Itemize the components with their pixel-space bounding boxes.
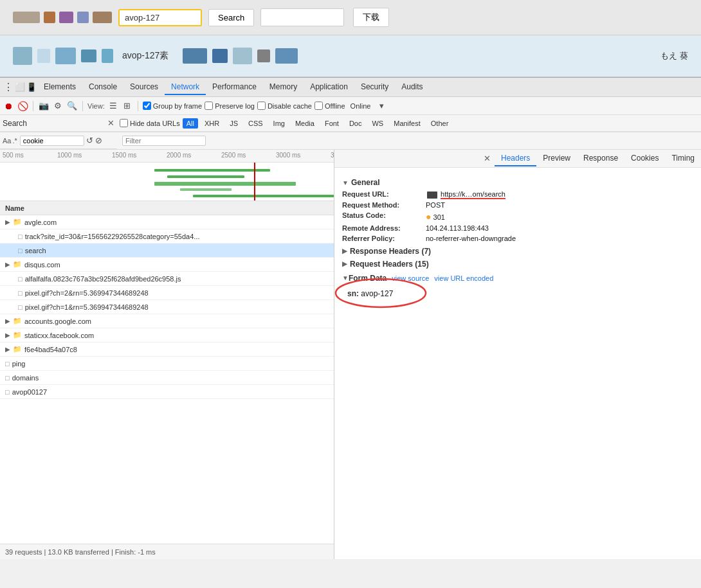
- offline-checkbox[interactable]: [314, 102, 323, 110]
- tab-preview[interactable]: Preview: [536, 151, 577, 166]
- blurred-nav-3: [59, 12, 73, 23]
- filter-xhr[interactable]: XHR: [201, 118, 223, 129]
- general-title: General: [351, 178, 380, 187]
- search-filter-row: Search ✕ Hide data URLs All XHR JS CSS I…: [0, 115, 701, 132]
- offline-label[interactable]: Offline: [314, 102, 345, 110]
- disable-cache-label[interactable]: Disable cache: [257, 102, 312, 110]
- tab-audits[interactable]: Audits: [395, 80, 429, 95]
- request-url-key: Request URL:: [342, 190, 426, 199]
- expand-arrow-icon: ▶: [5, 261, 10, 268]
- group-by-frame-label[interactable]: Group by frame: [143, 102, 202, 110]
- request-list[interactable]: ▶ 📁 avgle.com □ track?site_id=30&r=15656…: [0, 215, 334, 544]
- tl-bar-2: [167, 175, 244, 178]
- list-item[interactable]: ▶ 📁 staticxx.facebook.com: [0, 328, 334, 343]
- filter-font[interactable]: Font: [321, 118, 343, 129]
- preserve-log-label[interactable]: Preserve log: [205, 102, 255, 110]
- clear-icon[interactable]: 🚫: [17, 100, 28, 112]
- url-text: https://k…om/search: [441, 190, 505, 199]
- filter-doc[interactable]: Doc: [345, 118, 366, 129]
- banner-thumb-6: [183, 48, 207, 64]
- banner-thumb-4: [81, 49, 96, 62]
- filter-manifest[interactable]: Manifest: [390, 118, 424, 129]
- tab-headers[interactable]: Headers: [495, 151, 536, 166]
- devtools-search-text-input[interactable]: [20, 136, 84, 146]
- list-item[interactable]: □ avop00127: [0, 385, 334, 399]
- tab-performance[interactable]: Performance: [206, 80, 263, 95]
- filter-text-input[interactable]: [122, 136, 206, 146]
- tab-timing[interactable]: Timing: [665, 151, 701, 166]
- preserve-log-checkbox[interactable]: [205, 102, 213, 110]
- close-details-icon[interactable]: ✕: [484, 154, 491, 163]
- list-item[interactable]: ▶ 📁 avgle.com: [0, 215, 334, 229]
- list-item[interactable]: □ domains: [0, 371, 334, 385]
- browser-search-button[interactable]: Search: [208, 9, 254, 26]
- filter-icon[interactable]: ⚙: [52, 100, 64, 112]
- request-method-key: Request Method:: [342, 201, 426, 209]
- filter-other[interactable]: Other: [427, 118, 453, 129]
- view-url-encoded-link[interactable]: view URL encoded: [434, 274, 493, 282]
- filter-all[interactable]: All: [183, 118, 198, 129]
- tab-memory[interactable]: Memory: [263, 80, 304, 95]
- list-item[interactable]: □ pixel.gif?ch=1&rn=5.369947344689248: [0, 300, 334, 314]
- search-close-icon[interactable]: ✕: [107, 118, 114, 128]
- doc-icon: □: [18, 275, 23, 283]
- browser-search-input[interactable]: [118, 9, 202, 26]
- doc-icon: □: [5, 374, 10, 382]
- folder-icon: 📁: [13, 260, 22, 269]
- doc-icon: □: [5, 360, 10, 368]
- form-data-title: Form Data: [349, 274, 387, 283]
- collapse-triangle-icon: ▼: [342, 274, 349, 281]
- tab-network[interactable]: Network: [165, 80, 206, 95]
- tab-application[interactable]: Application: [304, 80, 354, 95]
- tab-security[interactable]: Security: [354, 80, 395, 95]
- record-stop-icon[interactable]: ⏺: [3, 100, 14, 112]
- tl-red-line: [254, 163, 255, 201]
- remote-address-row: Remote Address: 104.24.113.198:443: [342, 224, 693, 233]
- search-clear-icon[interactable]: ⊘: [95, 136, 102, 145]
- left-search-bar: Search ✕: [0, 115, 117, 132]
- grid-view-icon[interactable]: ⊞: [122, 100, 133, 112]
- filter-ws[interactable]: WS: [368, 118, 387, 129]
- blurred-nav-2: [44, 12, 55, 23]
- tab-response[interactable]: Response: [577, 151, 624, 166]
- search-refresh-icon[interactable]: ↺: [86, 136, 93, 145]
- filter-img[interactable]: Img: [269, 118, 289, 129]
- browser-extra-input[interactable]: [260, 8, 344, 26]
- list-item[interactable]: □ ping: [0, 357, 334, 371]
- regex-toggle[interactable]: .*: [12, 137, 17, 145]
- tab-elements[interactable]: Elements: [37, 80, 82, 95]
- referrer-policy-value: no-referrer-when-downgrade: [426, 235, 516, 242]
- filter-media[interactable]: Media: [291, 118, 318, 129]
- list-item[interactable]: ▶ 📁 accounts.google.com: [0, 314, 334, 328]
- devtools-inspect-icon[interactable]: ⬜: [14, 82, 26, 93]
- banner-thumb-2: [37, 49, 50, 63]
- response-headers-section[interactable]: ▶ Response Headers (7): [342, 247, 693, 256]
- search-input-row: Aa .* ↺ ⊘: [0, 132, 701, 150]
- list-item[interactable]: ▶ 📁 f6e4bad54a07c8: [0, 343, 334, 357]
- list-view-icon[interactable]: ☰: [107, 100, 119, 112]
- view-source-link[interactable]: view source: [392, 274, 429, 282]
- list-item[interactable]: □ pixel.gif?ch=2&rn=5.369947344689248: [0, 286, 334, 300]
- search-icon[interactable]: 🔍: [66, 100, 78, 112]
- request-headers-section[interactable]: ▶ Request Headers (15): [342, 260, 693, 269]
- disable-cache-checkbox[interactable]: [257, 102, 266, 110]
- tab-cookies[interactable]: Cookies: [624, 151, 665, 166]
- devtools-device-icon[interactable]: 📱: [26, 82, 37, 93]
- tab-sources[interactable]: Sources: [123, 80, 165, 95]
- list-item[interactable]: □ alfalfalfa.0823c767a3bc925f628afd9bed2…: [0, 272, 334, 286]
- general-section-header[interactable]: ▼ General: [342, 178, 693, 187]
- download-button[interactable]: 下载: [353, 8, 389, 27]
- aa-toggle[interactable]: Aa: [3, 137, 11, 145]
- hide-data-urls-checkbox[interactable]: [120, 119, 128, 127]
- chevron-down-icon[interactable]: ▾: [376, 100, 387, 112]
- group-by-frame-checkbox[interactable]: [143, 102, 151, 110]
- camera-icon[interactable]: 📷: [38, 100, 50, 112]
- list-item-selected[interactable]: □ search: [0, 244, 334, 258]
- filter-css[interactable]: CSS: [244, 118, 267, 129]
- list-item[interactable]: □ track?site_id=30&r=15656229265528categ…: [0, 229, 334, 244]
- filter-js[interactable]: JS: [226, 118, 242, 129]
- list-item[interactable]: ▶ 📁 disqus.com: [0, 258, 334, 272]
- tab-console[interactable]: Console: [82, 80, 123, 95]
- hide-data-urls-label[interactable]: Hide data URLs: [120, 119, 180, 127]
- blurred-nav-5: [93, 12, 112, 23]
